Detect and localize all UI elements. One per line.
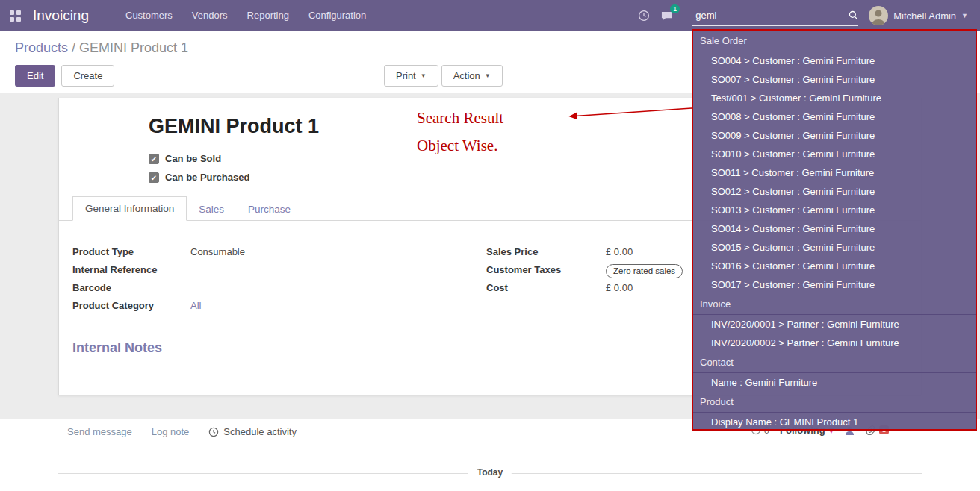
user-avatar bbox=[869, 6, 888, 25]
global-search-input[interactable] bbox=[692, 10, 849, 21]
date-divider-label: Today bbox=[468, 467, 512, 478]
annotation-arrow bbox=[562, 104, 695, 122]
search-icon[interactable] bbox=[849, 10, 858, 20]
dropdown-result-item[interactable]: SO015 > Customer : Gemini Furniture bbox=[693, 238, 976, 257]
checkbox-label: Can be Purchased bbox=[165, 172, 249, 183]
schedule-activity-label: Schedule activity bbox=[223, 426, 297, 437]
tab[interactable]: Sales bbox=[187, 198, 236, 221]
messages-count-badge: 1 bbox=[670, 4, 680, 13]
chevron-down-icon: ▼ bbox=[421, 72, 427, 79]
annotation-line-1: Search Result bbox=[417, 109, 503, 128]
dropdown-result-item[interactable]: SO004 > Customer : Gemini Furniture bbox=[693, 51, 976, 70]
checkbox-label: Can be Sold bbox=[165, 153, 221, 164]
activity-clock-button[interactable] bbox=[633, 0, 655, 31]
global-search-box bbox=[692, 6, 858, 26]
checkbox-icon[interactable]: ✔ bbox=[149, 154, 159, 164]
apps-menu-button[interactable] bbox=[0, 0, 30, 31]
field-value[interactable]: Consumable bbox=[190, 246, 245, 258]
breadcrumb-current: GEMINI Product 1 bbox=[79, 40, 188, 55]
annotation-text: Search Result Object Wise. bbox=[417, 109, 503, 164]
dropdown-result-item[interactable]: SO013 > Customer : Gemini Furniture bbox=[693, 201, 976, 219]
action-dropdown-button[interactable]: Action ▼ bbox=[441, 65, 503, 87]
dropdown-result-item[interactable]: SO014 > Customer : Gemini Furniture bbox=[693, 219, 976, 238]
field-value: £ 0.00 bbox=[606, 246, 633, 258]
edit-button[interactable]: Edit bbox=[15, 65, 55, 87]
top-menu: CustomersVendorsReportingConfiguration bbox=[116, 0, 376, 31]
user-name: Mitchell Admin bbox=[893, 10, 956, 22]
dropdown-section-header: Contact bbox=[693, 352, 976, 373]
print-label: Print bbox=[396, 70, 416, 81]
top-menu-item[interactable]: Configuration bbox=[299, 0, 376, 31]
top-navbar: Invoicing CustomersVendorsReportingConfi… bbox=[0, 0, 980, 31]
clock-icon bbox=[638, 10, 650, 22]
annotation-line-2: Object Wise. bbox=[417, 137, 503, 155]
dropdown-result-item[interactable]: Name : Gemini Furniture bbox=[693, 373, 976, 392]
field-row: Internal Reference bbox=[72, 264, 446, 279]
product-title: GEMINI Product 1 bbox=[149, 115, 319, 138]
dropdown-result-item[interactable]: SO017 > Customer : Gemini Furniture bbox=[693, 275, 976, 294]
user-menu[interactable]: Mitchell Admin ▼ bbox=[869, 6, 980, 25]
chatter-actions: Send message Log note Schedule activity bbox=[67, 426, 297, 437]
breadcrumb: Products / GEMINI Product 1 bbox=[15, 40, 188, 56]
chevron-down-icon: ▼ bbox=[485, 72, 491, 79]
log-note-button[interactable]: Log note bbox=[152, 426, 190, 437]
tab[interactable]: Purchase bbox=[236, 198, 303, 221]
top-menu-item[interactable]: Reporting bbox=[238, 0, 299, 31]
field-row: Product Category All bbox=[72, 300, 446, 315]
search-dropdown-results: Sale OrderSO004 > Customer : Gemini Furn… bbox=[693, 31, 976, 431]
top-menu-item[interactable]: Customers bbox=[116, 0, 182, 31]
dropdown-result-item[interactable]: SO007 > Customer : Gemini Furniture bbox=[693, 70, 976, 89]
field-label: Cost bbox=[486, 282, 606, 293]
field-label: Barcode bbox=[72, 282, 190, 293]
print-dropdown-button[interactable]: Print ▼ bbox=[384, 65, 438, 87]
dropdown-result-item[interactable]: SO016 > Customer : Gemini Furniture bbox=[693, 257, 976, 275]
checkbox-row[interactable]: ✔ Can be Sold bbox=[149, 149, 249, 168]
top-menu-item[interactable]: Vendors bbox=[182, 0, 238, 31]
apps-grid-icon bbox=[10, 10, 21, 22]
record-buttons: Edit Create bbox=[15, 65, 114, 87]
dropdown-result-item[interactable]: Display Name : GEMINI Product 1 bbox=[693, 413, 976, 431]
dropdown-result-item[interactable]: SO009 > Customer : Gemini Furniture bbox=[693, 126, 976, 145]
dropdown-section-header: Invoice bbox=[693, 294, 976, 315]
field-label: Customer Taxes bbox=[486, 264, 606, 275]
action-label: Action bbox=[453, 70, 480, 81]
field-label: Sales Price bbox=[486, 246, 606, 257]
internal-notes-heading: Internal Notes bbox=[72, 340, 162, 356]
schedule-activity-button[interactable]: Schedule activity bbox=[208, 426, 297, 437]
product-flags: ✔ Can be Sold ✔ Can be Purchased bbox=[149, 149, 249, 187]
dropdown-result-item[interactable]: SO011 > Customer : Gemini Furniture bbox=[693, 163, 976, 182]
action-buttons: Print ▼ Action ▼ bbox=[384, 65, 503, 87]
field-row: Barcode bbox=[72, 282, 446, 297]
field-row: Product Type Consumable bbox=[72, 246, 446, 261]
field-label: Internal Reference bbox=[72, 264, 190, 275]
dropdown-result-item[interactable]: SO012 > Customer : Gemini Furniture bbox=[693, 182, 976, 201]
dropdown-section-header: Product bbox=[693, 392, 976, 413]
messages-button[interactable]: 1 bbox=[655, 0, 677, 31]
dropdown-result-item[interactable]: INV/2020/0001 > Partner : Gemini Furnitu… bbox=[693, 315, 976, 334]
breadcrumb-separator: / bbox=[72, 40, 79, 55]
dropdown-result-item[interactable]: SO008 > Customer : Gemini Furniture bbox=[693, 107, 976, 126]
dropdown-result-item[interactable]: INV/2020/0002 > Partner : Gemini Furnitu… bbox=[693, 334, 976, 352]
send-message-button[interactable]: Send message bbox=[67, 426, 132, 437]
field-value[interactable]: All bbox=[190, 300, 201, 312]
field-value: Zero rated sales bbox=[606, 264, 683, 278]
breadcrumb-parent[interactable]: Products bbox=[15, 40, 68, 55]
chevron-down-icon: ▼ bbox=[961, 12, 968, 19]
field-label: Product Type bbox=[72, 246, 190, 257]
left-field-group: Product Type Consumable Internal Referen… bbox=[72, 246, 446, 318]
dropdown-result-item[interactable]: Test/001 > Customer : Gemini Furniture bbox=[693, 89, 976, 107]
field-label: Product Category bbox=[72, 300, 190, 311]
field-value: £ 0.00 bbox=[606, 282, 633, 294]
tab[interactable]: General Information bbox=[72, 196, 187, 221]
checkbox-row[interactable]: ✔ Can be Purchased bbox=[149, 168, 249, 187]
dropdown-section-header: Sale Order bbox=[693, 31, 976, 51]
clock-icon bbox=[208, 427, 219, 437]
app-title[interactable]: Invoicing bbox=[33, 7, 89, 24]
checkbox-icon[interactable]: ✔ bbox=[149, 172, 159, 183]
create-button[interactable]: Create bbox=[61, 65, 114, 87]
search-results-dropdown: Sale OrderSO004 > Customer : Gemini Furn… bbox=[692, 29, 977, 431]
dropdown-result-item[interactable]: SO010 > Customer : Gemini Furniture bbox=[693, 145, 976, 163]
